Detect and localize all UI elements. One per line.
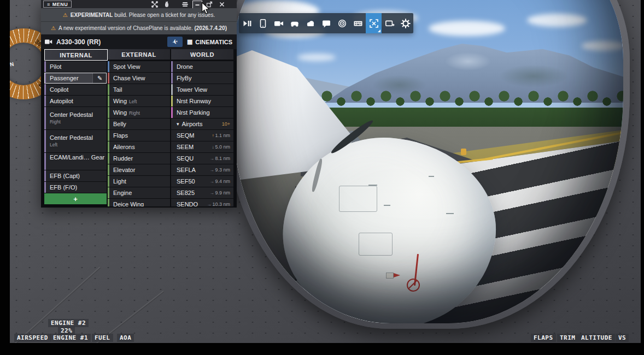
view-item-center-pedestal-right[interactable]: Center Pedestal Right	[44, 107, 107, 129]
aircraft-row: A330-300 (RR) ✈ ▦ CINEMATICS	[41, 34, 237, 49]
view-item-nrst-runway[interactable]: Nrst Runway	[171, 96, 233, 106]
altitude-label: ALTITUDE	[578, 334, 615, 342]
add-view-button[interactable]: +	[44, 193, 107, 204]
view-item-engine[interactable]: Engine	[108, 187, 170, 198]
camera-views-icon[interactable]	[366, 13, 382, 33]
engine1-label: ENGINE #1	[50, 334, 91, 342]
direction-arrow-icon: ↓	[212, 145, 214, 150]
layers-icon[interactable]	[180, 1, 189, 8]
airspeed-label: AIRSPEED	[14, 334, 51, 342]
view-item-ecam-landing-gear[interactable]: ECAM/Landi… Gear	[44, 153, 107, 170]
view-item-spot-view[interactable]: Spot View	[108, 61, 170, 72]
tab-external[interactable]: EXTERNAL	[108, 49, 170, 60]
close-button[interactable]	[218, 1, 226, 8]
view-item-wing-left[interactable]: WingLeft	[108, 96, 170, 106]
view-item-tower-view[interactable]: Tower View	[171, 84, 233, 95]
sim-toolbar	[239, 13, 413, 33]
airport-row-sef50[interactable]: SEF50 →9.4 nm	[171, 176, 233, 187]
view-item-drone[interactable]: Drone	[171, 61, 233, 72]
view-item-chase-view[interactable]: Chase View	[108, 73, 170, 84]
atc-chat-icon[interactable]	[318, 13, 334, 33]
chevron-down-icon: ▾	[177, 121, 179, 127]
airport-row-sendo[interactable]: SENDO →10.3 nm	[171, 199, 233, 206]
view-item-passenger[interactable]: Passenger ✎	[44, 73, 107, 84]
view-item-deice-wing[interactable]: Deice Wing	[108, 199, 170, 206]
world-column: Drone FlyBy Tower View Nrst Runway Nrst …	[171, 61, 233, 206]
tablet-icon[interactable]	[255, 13, 271, 33]
view-item-elevator[interactable]: Elevator	[108, 164, 170, 175]
hand-icon[interactable]	[162, 1, 171, 8]
left-black-bar	[0, 0, 10, 355]
tab-internal[interactable]: INTERNAL	[44, 49, 108, 61]
airport-row-seem[interactable]: SEEM ↓5.0 nm	[171, 141, 233, 152]
direction-arrow-icon: →	[209, 156, 214, 161]
view-item-tail[interactable]: Tail	[108, 84, 170, 95]
aircraft-name: A330-300 (RR)	[56, 38, 101, 46]
airport-row-sefla[interactable]: SEFLA →9.3 nm	[171, 164, 233, 175]
view-item-wing-right[interactable]: WingRight	[108, 107, 170, 118]
view-item-belly[interactable]: Belly	[108, 119, 170, 129]
view-item-copilot[interactable]: Copilot	[44, 84, 107, 95]
view-item-pilot[interactable]: Pilot	[44, 61, 107, 72]
menu-label: MENU	[52, 2, 68, 7]
camera-icon[interactable]	[271, 13, 286, 33]
airport-row-sequ[interactable]: SEQU →8.1 nm	[171, 153, 233, 164]
camera-icon	[44, 38, 53, 45]
settings-gear-icon[interactable]	[397, 13, 413, 33]
pencil-icon: ✎	[97, 75, 102, 82]
airports-header[interactable]: ▾ Airports 10+	[171, 119, 233, 129]
view-item-efb-capt[interactable]: EFB (Capt)	[44, 170, 107, 181]
tab-world[interactable]: WORLD	[171, 49, 233, 60]
mouse-cursor	[201, 2, 210, 16]
warning-text: EXPERIMENTAL build. Please open a ticket…	[71, 12, 215, 18]
weather-icon[interactable]	[302, 13, 318, 33]
view-item-nrst-parking[interactable]: Nrst Parking	[171, 107, 233, 118]
chaseplane-panel: ≡ MENU ⚠ EXPERIMENTAL bu	[41, 0, 237, 208]
internal-column: Pilot Passenger ✎ Copilot Autopilot Cent…	[44, 61, 107, 206]
view-tabs: INTERNAL EXTERNAL WORLD	[41, 49, 237, 61]
view-item-efb-fo[interactable]: EFB (F/O)	[44, 182, 107, 193]
airport-row-se825[interactable]: SE825 →9.9 nm	[171, 187, 233, 198]
screenshot-root: 38 24 N	[0, 0, 644, 355]
vs-label: VS	[616, 334, 629, 342]
objectives-icon[interactable]	[334, 13, 350, 33]
drone-icon[interactable]	[150, 1, 159, 8]
hamburger-icon: ≡	[47, 2, 50, 7]
view-item-flaps[interactable]: Flaps	[108, 130, 170, 141]
right-black-bar	[641, 0, 644, 355]
engine2-label: ENGINE #2	[48, 319, 89, 327]
update-warning: ⚠ A new experimental version of ChasePla…	[41, 22, 237, 34]
bottom-black-bar	[0, 343, 644, 355]
direction-arrow-icon: →	[209, 191, 214, 196]
cinematics-button[interactable]: ▦ CINEMATICS	[187, 38, 232, 45]
external-column: Spot View Chase View Tail WingLeft WingR…	[108, 61, 170, 206]
controls-icon[interactable]	[286, 13, 302, 33]
view-item-rudder[interactable]: Rudder	[108, 153, 170, 164]
warning-icon: ⚠	[51, 25, 56, 31]
direction-arrow-icon: →	[209, 168, 214, 173]
flaps-label: FLAPS	[531, 334, 556, 342]
view-item-autopilot[interactable]: Autopilot	[44, 96, 107, 106]
direction-arrow-icon: →	[207, 202, 211, 207]
trim-label: TRIM	[557, 334, 578, 342]
airport-row-seqm[interactable]: SEQM ↑1.1 nm	[171, 130, 233, 141]
window-add-icon[interactable]	[382, 13, 397, 33]
aoa-label: AOA	[117, 334, 134, 342]
view-item-flyby[interactable]: FlyBy	[171, 73, 233, 84]
view-item-ailerons[interactable]: Ailerons	[108, 141, 170, 152]
airports-count: 10+	[222, 121, 230, 127]
warning-icon: ⚠	[63, 12, 68, 18]
direction-arrow-icon: ↑	[212, 133, 214, 138]
fuel-label: FUEL	[92, 334, 113, 342]
keyboard-icon[interactable]	[350, 13, 366, 33]
edit-view-button[interactable]: ✎	[92, 73, 107, 84]
aircraft-view-button[interactable]: ✈	[167, 37, 183, 47]
view-item-light[interactable]: Light	[108, 176, 170, 187]
cinematics-label: CINEMATICS	[195, 39, 232, 45]
play-pause-icon[interactable]	[239, 13, 255, 33]
menu-button[interactable]: ≡ MENU	[43, 1, 72, 8]
film-icon: ▦	[187, 38, 192, 45]
plane-icon: ✈	[172, 38, 179, 46]
view-item-center-pedestal-left[interactable]: Center Pedestal Left	[44, 130, 107, 152]
warning-text: A new experimental version of ChasePlane…	[58, 25, 227, 31]
